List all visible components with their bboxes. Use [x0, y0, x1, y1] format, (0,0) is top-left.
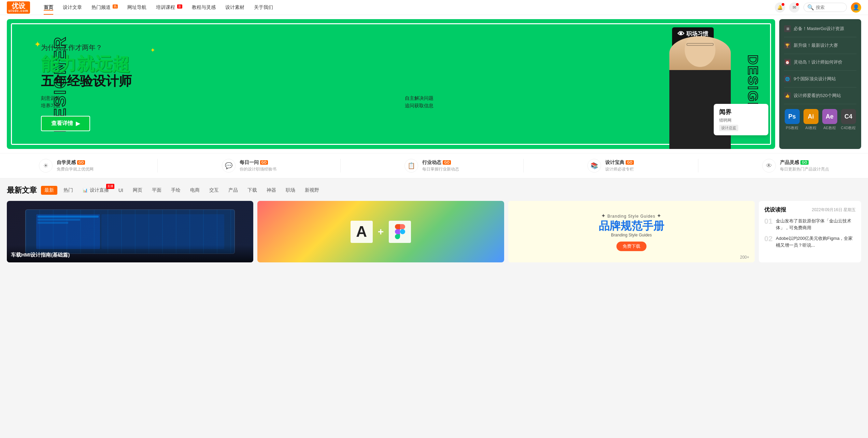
figma-logo-svg — [393, 224, 407, 239]
quick-divider-1 — [157, 159, 158, 173]
hero-subtitle: 为什么工作才两年？ — [41, 43, 762, 52]
ae-icon: Ae — [822, 109, 837, 124]
news-header: 优设读报 2022年09月16日 星期五 — [764, 206, 856, 214]
nav-home[interactable]: 首页 — [44, 4, 53, 11]
nav-channels[interactable]: 热门频道 热 — [91, 4, 118, 11]
tab-newview[interactable]: 新视野 — [301, 186, 323, 195]
tab-latest[interactable]: 最新 — [41, 186, 57, 195]
ps-icon: Ps — [785, 109, 800, 124]
quick-item-5[interactable]: 👁 产品灵感 GO 每日更新热门产品设计亮点 — [762, 159, 829, 173]
sidebar-divider-4 — [784, 87, 856, 87]
sidebar-icon-3: ⏰ — [784, 59, 791, 66]
quick-icon-industry: 📋 — [404, 159, 418, 173]
hero-banner[interactable]: DESIGNER DESIGN 👁 职场习惯 designer >>>>> ✦ … — [7, 19, 775, 149]
hero-text: 为什么工作才两年？ 能力就远超 五年经验设计师 刻意训练 自主解决问题 培养习惯… — [41, 43, 762, 131]
search-input[interactable] — [816, 5, 843, 10]
search-box[interactable]: 🔍 — [803, 3, 847, 12]
hero-points: 刻意训练 自主解决问题 培养习惯 追问获取信息 — [41, 95, 762, 109]
article-thumb-hmi: 车载HMI设计指南(基础篇) — [7, 201, 253, 262]
tool-ae[interactable]: Ae AE教程 — [822, 109, 838, 131]
articles-section: 最新文章 最新 热门 📊 设计直播 直播 UI 网页 平面 手绘 电商 交互 产… — [0, 178, 868, 269]
quick-icon-self-study: ☀ — [39, 159, 53, 173]
hero-sidebar: 🖥 必备！MasterGo设计资源 🏆 新升级！最新设计大赛 ⏰ 灵动岛！设计师… — [779, 19, 861, 149]
tool-c4d[interactable]: C4 C4D教程 — [840, 109, 856, 131]
nav-navigation[interactable]: 网址导航 — [127, 4, 146, 11]
sidebar-link-3[interactable]: ⏰ 灵动岛！设计师如何评价 — [784, 57, 856, 67]
tab-tools[interactable]: 神器 — [263, 186, 280, 195]
sidebar-icon-5: 👍 — [784, 92, 791, 99]
sidebar-link-5[interactable]: 👍 设计师爱看的520个网站 — [784, 91, 856, 100]
nav-right: 🔔 ✉ 🔍 👤 — [775, 2, 861, 13]
article-card-branding[interactable]: ✦ Branding Style Guides ✦ 品牌规范手册 Brandin… — [508, 201, 755, 262]
news-item-1[interactable]: 01 金山发布了首款原创字体「金山云技术体」，可免费商用 — [764, 218, 856, 231]
news-title: 优设读报 — [764, 206, 786, 214]
tab-flat[interactable]: 平面 — [148, 186, 165, 195]
nav-resources[interactable]: 设计素材 — [225, 4, 244, 11]
tab-ui[interactable]: UI — [115, 186, 127, 194]
article-card-figma[interactable]: A + — [257, 201, 504, 262]
tab-hot[interactable]: 热门 — [60, 186, 76, 195]
tool-ai[interactable]: Ai AI教程 — [803, 109, 819, 131]
tab-pills: 最新 热门 📊 设计直播 直播 UI 网页 平面 手绘 电商 交互 产品 下载 … — [41, 186, 323, 195]
quick-icon-product: 👁 — [762, 159, 776, 173]
quick-divider-4 — [698, 159, 698, 173]
section-header: 最新文章 最新 热门 📊 设计直播 直播 UI 网页 平面 手绘 电商 交互 产… — [7, 185, 861, 195]
sidebar-divider-5 — [784, 104, 856, 104]
article-card-hmi[interactable]: 车载HMI设计指南(基础篇) — [7, 201, 253, 262]
article-thumb-figma: A + — [257, 201, 504, 262]
hero-title-green: 能力就远超 — [41, 55, 762, 73]
sidebar-icon-4: 🌐 — [784, 76, 791, 82]
message-btn[interactable]: ✉ — [789, 2, 799, 13]
hero-cta-button[interactable]: 查看详情 ▶ — [41, 116, 90, 131]
c4d-icon: C4 — [841, 109, 856, 124]
spark-1: ✦ — [34, 40, 41, 49]
tab-ecom[interactable]: 电商 — [187, 186, 203, 195]
news-sidebar: 优设读报 2022年09月16日 星期五 01 金山发布了首款原创字体「金山云技… — [759, 201, 861, 262]
user-avatar[interactable]: 👤 — [851, 2, 861, 13]
tab-career[interactable]: 职场 — [282, 186, 299, 195]
quick-item-4[interactable]: 📚 设计宝典 GO 设计师必读专栏 — [587, 159, 634, 173]
nav-about[interactable]: 关于我们 — [254, 4, 273, 11]
sidebar-link-2[interactable]: 🏆 新升级！最新设计大赛 — [784, 41, 856, 50]
sidebar-link-1[interactable]: 🖥 必备！MasterGo设计资源 — [784, 24, 856, 33]
spark-2: ✦ — [150, 46, 155, 54]
sidebar-icon-2: 🏆 — [784, 42, 791, 49]
tab-interact[interactable]: 交互 — [206, 186, 222, 195]
hmi-thumb-label: 车载HMI设计指南(基础篇) — [7, 245, 253, 262]
figma-icons: A + — [351, 221, 411, 243]
tab-web[interactable]: 网页 — [129, 186, 146, 195]
nav-courses[interactable]: 培训课程 新 — [156, 4, 182, 11]
hero-inner: 👁 职场习惯 designer >>>>> ✦ ✦ 为什么工作才两年？ 能力就远… — [7, 19, 775, 149]
quick-divider-2 — [340, 159, 341, 173]
notification-btn[interactable]: 🔔 — [775, 2, 785, 13]
tool-ps[interactable]: Ps PS教程 — [784, 109, 800, 131]
quick-bar: ☀ 自学灵感 GO 免费自学就上优优网 💬 每日一问 GO 你的设计职场经验书 … — [0, 153, 868, 178]
quick-item-3[interactable]: 📋 行业动态 GO 每日掌握行业新动态 — [404, 159, 459, 173]
tab-sketch[interactable]: 手绘 — [168, 186, 184, 195]
floating-card: 闻界 猎聘网 设计总监 — [714, 104, 768, 135]
site-logo[interactable]: 优设 uisdc.com — [7, 1, 30, 14]
quick-item-1[interactable]: ☀ 自学灵感 GO 免费自学就上优优网 — [39, 159, 94, 173]
branding-cta[interactable]: 免费下载 — [616, 242, 646, 251]
sidebar-link-4[interactable]: 🌐 9个国际顶尖设计网站 — [784, 74, 856, 84]
news-item-2[interactable]: 02 Adobe以约200亿美元收购Figma，全家桶又增一员？听说... — [764, 235, 856, 248]
sidebar-divider-3 — [784, 70, 856, 71]
sidebar-divider-1 — [784, 37, 856, 37]
quick-divider-3 — [523, 159, 524, 173]
article-thumb-branding: ✦ Branding Style Guides ✦ 品牌规范手册 Brandin… — [508, 201, 755, 262]
section-title: 最新文章 — [7, 185, 37, 195]
nav-tutorials[interactable]: 教程与灵感 — [192, 4, 216, 11]
sidebar-divider-2 — [784, 54, 856, 54]
search-icon: 🔍 — [807, 4, 814, 11]
tab-live[interactable]: 📊 设计直播 直播 — [79, 186, 112, 195]
nav-articles[interactable]: 设计文章 — [63, 4, 82, 11]
articles-grid: 车载HMI设计指南(基础篇) A + — [7, 201, 861, 262]
sidebar-tools: Ps PS教程 Ai AI教程 Ae AE教程 C4 C4D教程 — [784, 109, 856, 131]
quick-icon-daily: 💬 — [222, 159, 236, 173]
hero-title-black: 五年经验设计师 — [41, 74, 762, 88]
nav-links: 首页 设计文章 热门频道 热 网址导航 培训课程 新 教程与灵感 设计素材 关于… — [44, 4, 775, 11]
tab-download[interactable]: 下载 — [244, 186, 260, 195]
news-date: 2022年09月16日 星期五 — [812, 207, 856, 213]
tab-product[interactable]: 产品 — [225, 186, 241, 195]
quick-item-2[interactable]: 💬 每日一问 GO 你的设计职场经验书 — [222, 159, 276, 173]
